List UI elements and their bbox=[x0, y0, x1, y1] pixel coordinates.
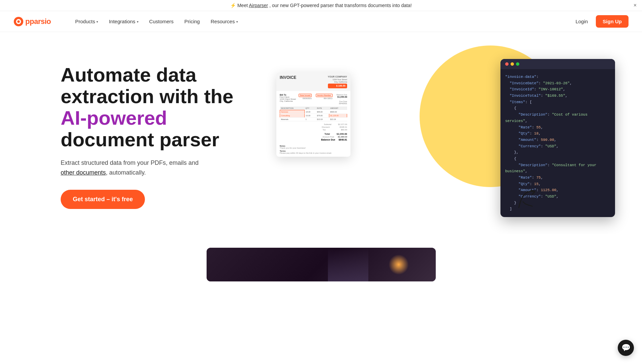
invoice-table: DESCRIPTION QTY RATE AMOUNT Services 18.… bbox=[280, 107, 347, 121]
announcement-text: Meet bbox=[237, 3, 249, 8]
hero-title: Automate data extraction with the AI-pow… bbox=[61, 64, 249, 150]
integrations-chevron-icon: ▾ bbox=[137, 20, 139, 24]
invoice-title: INVOICE bbox=[280, 75, 296, 80]
nav-pricing[interactable]: Pricing bbox=[180, 16, 204, 27]
invoice-row: Services 18.00 $55.00 $590.00 bbox=[280, 110, 347, 114]
announcement-close-button[interactable]: × bbox=[634, 2, 637, 8]
nav-customers[interactable]: Customers bbox=[145, 16, 178, 27]
announcement-emoji: ⚡ bbox=[230, 3, 236, 8]
hero-content: Automate data extraction with the AI-pow… bbox=[61, 64, 249, 209]
navbar: pparsio Products ▾ Integrations ▾ Custom… bbox=[0, 11, 642, 32]
invoice-company: YOUR COMPANY 1234 Your Street City, Cali… bbox=[328, 75, 347, 88]
video-person bbox=[328, 248, 368, 281]
hero-section: Automate data extraction with the AI-pow… bbox=[0, 32, 642, 234]
other-documents-link[interactable]: other documents bbox=[61, 169, 106, 176]
announcement-text2: , our new GPT-powered parser that transf… bbox=[269, 3, 412, 8]
nav-actions: Login Sign Up bbox=[572, 15, 629, 28]
video-section: Parsio: Automate Data Extraction with AI… bbox=[0, 234, 642, 295]
invoice-row: Materials 1 $13.19 $13.19 bbox=[280, 117, 347, 121]
products-chevron-icon: ▾ bbox=[96, 20, 98, 24]
svg-point-2 bbox=[17, 20, 20, 23]
hero-visual: INVOICE YOUR COMPANY 1234 Your Street Ci… bbox=[263, 52, 602, 221]
resources-chevron-icon: ▾ bbox=[236, 20, 238, 24]
cta-button[interactable]: Get started – it's free bbox=[61, 190, 145, 209]
login-button[interactable]: Login bbox=[572, 16, 592, 27]
invoice-body: Bill To First Client 1234 Client Street … bbox=[276, 91, 350, 144]
nav-links: Products ▾ Integrations ▾ Customers Pric… bbox=[71, 16, 572, 27]
invoice-mockup: INVOICE YOUR COMPANY 1234 Your Street Ci… bbox=[276, 72, 350, 157]
airparser-link[interactable]: Airparser bbox=[249, 3, 268, 8]
logo-icon bbox=[13, 17, 24, 27]
nav-products[interactable]: Products ▾ bbox=[71, 16, 102, 27]
logo-text: pparsio bbox=[25, 17, 51, 26]
announcement-bar: ⚡ Meet Airparser , our new GPT-powered p… bbox=[0, 0, 642, 11]
video-lamp-glow bbox=[389, 254, 409, 275]
video-container[interactable]: Parsio: Automate Data Extraction with AI… bbox=[207, 248, 436, 281]
invoice-row: Consulting 15.00 $75.00 $1,125.00 bbox=[280, 114, 347, 117]
nav-integrations[interactable]: Integrations ▾ bbox=[105, 16, 142, 27]
arrow-svg bbox=[511, 180, 543, 212]
hero-subtitle: Extract structured data from your PDFs, … bbox=[61, 158, 249, 178]
invoice-footer: Notes Thank you for your business! Terms… bbox=[276, 144, 350, 157]
maximize-dot bbox=[516, 62, 519, 66]
invoice-total-badge: $ 169.55 bbox=[328, 84, 347, 88]
signup-button[interactable]: Sign Up bbox=[596, 15, 629, 28]
invoice-header: INVOICE YOUR COMPANY 1234 Your Street Ci… bbox=[276, 72, 350, 91]
nav-resources[interactable]: Resources ▾ bbox=[207, 16, 242, 27]
minimize-dot bbox=[511, 62, 514, 66]
close-dot bbox=[505, 62, 509, 66]
logo[interactable]: pparsio bbox=[13, 17, 51, 27]
arrow-decoration bbox=[511, 180, 543, 216]
window-controls bbox=[500, 59, 615, 69]
